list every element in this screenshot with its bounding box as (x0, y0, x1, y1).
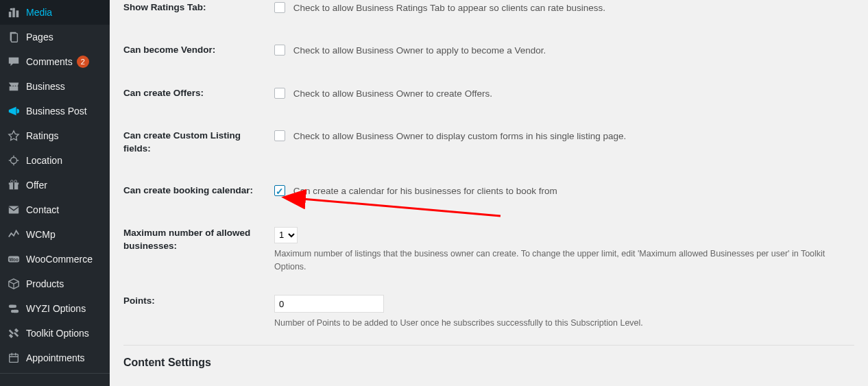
sidebar-item-label: WCMp (26, 229, 56, 240)
section-divider (123, 345, 854, 346)
sidebar-item-contact[interactable]: Contact (0, 197, 110, 222)
sidebar-item-media[interactable]: Media (0, 0, 110, 25)
svg-point-17 (14, 305, 17, 309)
sidebar-item-toolkit-options[interactable]: Toolkit Options (0, 321, 110, 346)
sidebar-item-offer[interactable]: Offer (0, 173, 110, 197)
sidebar-item-pages[interactable]: Pages (0, 25, 110, 49)
mail-icon (7, 203, 21, 217)
sidebar-item-appearance[interactable]: Appearance (0, 380, 110, 386)
sidebar-item-label: Ratings (26, 130, 58, 141)
megaphone-icon (7, 104, 21, 118)
points-input[interactable] (274, 295, 384, 313)
sidebar-item-label: Toolkit Options (26, 328, 89, 339)
booking-calendar-checkbox[interactable] (274, 185, 285, 196)
sidebar-separator (0, 373, 110, 377)
booking-calendar-label: Can create booking calendar: (123, 184, 274, 197)
content-settings-heading: Content Settings (123, 357, 854, 369)
show-ratings-tab-checkbox[interactable] (274, 2, 285, 13)
show-ratings-tab-desc: Check to allow Business Ratings Tab to a… (293, 3, 605, 13)
sidebar-item-business-post[interactable]: Business Post (0, 99, 110, 123)
svg-rect-1 (9, 12, 12, 17)
create-offers-label: Can create Offers: (123, 87, 274, 100)
sidebar-item-label: Business Post (26, 106, 87, 117)
comment-icon (7, 55, 21, 69)
toggles-icon (7, 302, 21, 315)
analytics-icon (7, 228, 21, 241)
comments-badge: 2 (77, 56, 89, 68)
svg-rect-5 (11, 34, 17, 43)
svg-rect-2 (12, 8, 15, 18)
sidebar-item-label: Contact (26, 204, 59, 215)
sidebar-item-label: WooCommerce (26, 254, 93, 265)
sidebar-item-label: Products (26, 278, 64, 289)
svg-rect-3 (16, 10, 19, 17)
svg-point-19 (11, 310, 14, 313)
page-icon (7, 30, 21, 44)
sidebar-item-label: Comments (26, 56, 73, 67)
become-vendor-desc: Check to allow Business Owner to apply t… (293, 45, 546, 56)
sidebar-item-wcmp[interactable]: WCMp (0, 222, 110, 247)
create-offers-desc: Check to allow Business Owner to create … (293, 88, 492, 99)
max-businesses-select[interactable]: 1 (274, 227, 298, 243)
sidebar-item-label: Appointments (26, 352, 85, 363)
show-ratings-tab-label: Show Ratings Tab: (123, 1, 274, 14)
sidebar-item-ratings[interactable]: Ratings (0, 123, 110, 148)
sidebar-item-business[interactable]: Business (0, 74, 110, 99)
create-offers-checkbox[interactable] (274, 88, 285, 99)
points-help: Number of Points to be added to User onc… (274, 317, 854, 330)
tools-icon (7, 326, 21, 340)
location-icon (7, 154, 21, 167)
admin-sidebar: Media Pages Comments 2 Business Business… (0, 0, 110, 386)
sidebar-item-appointments[interactable]: Appointments (0, 346, 110, 370)
sidebar-item-location[interactable]: Location (0, 148, 110, 173)
calendar-icon (7, 351, 21, 365)
custom-listing-checkbox[interactable] (274, 130, 285, 141)
star-icon (7, 129, 21, 143)
points-label: Points: (123, 295, 274, 308)
box-icon (7, 277, 21, 291)
custom-listing-label: Can create Custom Listing fields: (123, 130, 274, 156)
svg-rect-13 (9, 206, 19, 214)
sidebar-item-label: WYZI Options (26, 303, 86, 314)
sidebar-item-label: Location (26, 155, 62, 166)
svg-rect-20 (10, 354, 19, 363)
booking-calendar-desc: Can create a calendar for his businesses… (293, 186, 557, 196)
sidebar-item-wyzi-options[interactable]: WYZI Options (0, 296, 110, 321)
sidebar-item-woocommerce[interactable]: Woo WooCommerce (0, 247, 110, 272)
media-icon (7, 5, 21, 19)
svg-rect-10 (13, 182, 14, 189)
svg-point-11 (11, 180, 14, 183)
svg-point-12 (14, 180, 17, 183)
store-icon (7, 80, 21, 93)
become-vendor-label: Can become Vendor: (123, 44, 274, 57)
sidebar-item-label: Business (26, 81, 65, 92)
max-businesses-help: Maximum number of listings that the busi… (274, 248, 854, 274)
settings-form: Show Ratings Tab: Check to allow Busines… (110, 0, 868, 386)
gift-icon (7, 178, 21, 192)
svg-point-0 (10, 8, 13, 11)
sidebar-item-products[interactable]: Products (0, 272, 110, 296)
svg-point-7 (11, 158, 17, 164)
sidebar-item-label: Pages (26, 32, 53, 43)
custom-listing-desc: Check to allow Business Owner to display… (293, 131, 626, 141)
become-vendor-checkbox[interactable] (274, 45, 285, 56)
sidebar-item-comments[interactable]: Comments 2 (0, 49, 110, 74)
sidebar-item-label: Media (26, 7, 52, 18)
woo-icon: Woo (7, 252, 21, 266)
svg-text:Woo: Woo (9, 257, 19, 262)
sidebar-item-label: Offer (26, 180, 47, 191)
max-businesses-label: Maximum number of allowed businesses: (123, 227, 274, 253)
